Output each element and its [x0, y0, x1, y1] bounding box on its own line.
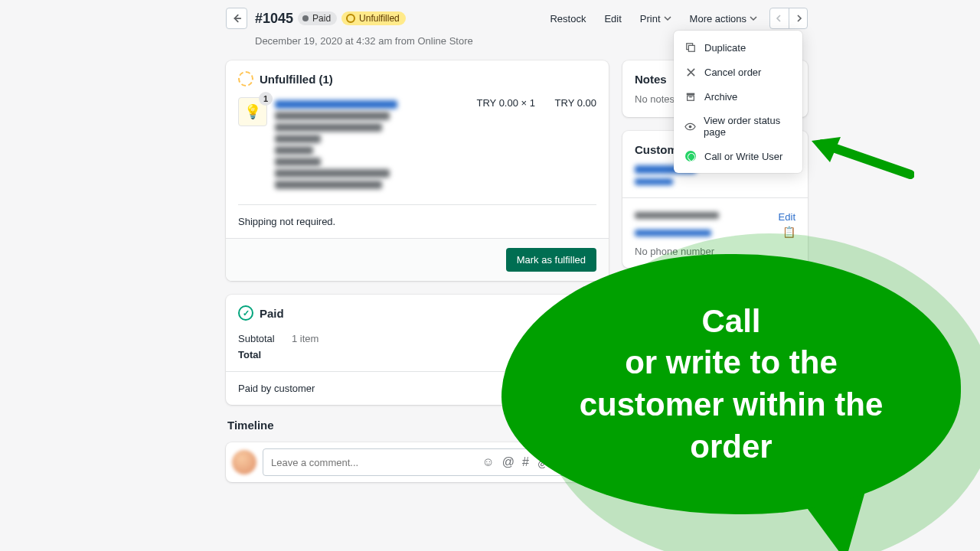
subtotal-label: Subtotal: [238, 333, 292, 344]
paid-icon: ✓: [238, 305, 253, 321]
annotation-text: Call or write to the customer within the…: [558, 301, 905, 468]
prev-order-button[interactable]: [770, 8, 789, 28]
unfulfilled-card: Unfulfilled (1) 💡 1: [226, 60, 609, 281]
shipping-note: Shipping not required.: [226, 205, 609, 238]
cancel-icon: [684, 66, 697, 78]
comment-input[interactable]: [271, 457, 482, 468]
hashtag-icon[interactable]: #: [522, 455, 529, 469]
annotation-bubble: Call or write to the customer within the…: [501, 254, 961, 514]
qty-badge: 1: [259, 92, 273, 106]
more-actions-dropdown: Duplicate Cancel order Archive View orde…: [674, 31, 802, 173]
svg-rect-4: [688, 96, 694, 100]
unfulfilled-badge: Unfulfilled: [341, 11, 406, 25]
archive-icon: [684, 90, 697, 103]
duplicate-icon: [684, 41, 697, 54]
restock-action[interactable]: Restock: [544, 10, 592, 28]
caret-down-icon: [750, 15, 757, 22]
svg-point-5: [689, 125, 692, 128]
back-button[interactable]: [226, 8, 247, 29]
product-thumbnail[interactable]: 💡 1: [238, 97, 267, 126]
unfulfilled-title: Unfulfilled (1): [260, 73, 333, 86]
edit-contact-link[interactable]: Edit: [779, 211, 795, 223]
next-order-button[interactable]: [789, 8, 807, 28]
line-total: TRY 0.00: [543, 97, 596, 109]
dropdown-view-status-label: View order status page: [704, 115, 792, 138]
mark-as-fulfilled-button[interactable]: Mark as fulfilled: [506, 248, 596, 272]
total-label: Total: [238, 349, 292, 360]
product-info: [275, 97, 459, 192]
dropdown-duplicate-label: Duplicate: [704, 42, 746, 54]
print-action[interactable]: Print: [634, 10, 678, 28]
dropdown-archive-label: Archive: [704, 91, 737, 103]
dropdown-call-or-write-label: Call or Write User: [704, 151, 782, 162]
dropdown-cancel-order[interactable]: Cancel order: [674, 60, 802, 84]
eye-icon: [684, 120, 696, 132]
customer-orders-link[interactable]: [635, 178, 673, 185]
paid-badge: Paid: [298, 11, 337, 25]
paid-title: Paid: [260, 307, 284, 320]
unit-price: TRY 0.00 × 1: [466, 97, 535, 109]
mention-icon[interactable]: @: [502, 455, 514, 469]
edit-action[interactable]: Edit: [598, 10, 627, 28]
caret-down-icon: [664, 15, 671, 22]
dropdown-view-status[interactable]: View order status page: [674, 109, 802, 144]
timeline-title: Timeline: [227, 419, 274, 432]
dropdown-cancel-label: Cancel order: [704, 67, 761, 78]
emoji-icon[interactable]: ☺: [482, 455, 494, 469]
svg-rect-2: [688, 45, 694, 51]
avatar: [232, 450, 256, 474]
order-number: #1045: [255, 11, 293, 27]
dropdown-duplicate[interactable]: Duplicate: [674, 35, 802, 60]
dropdown-call-or-write[interactable]: Call or Write User: [674, 144, 802, 168]
print-label: Print: [640, 13, 661, 24]
dropdown-archive[interactable]: Archive: [674, 84, 802, 109]
svg-rect-3: [687, 93, 695, 96]
annotation-arrow: [807, 135, 914, 188]
more-actions-button[interactable]: More actions: [684, 10, 763, 28]
more-actions-label: More actions: [690, 13, 746, 24]
whatsapp-icon: [684, 150, 697, 162]
unfulfilled-icon: [238, 71, 253, 86]
